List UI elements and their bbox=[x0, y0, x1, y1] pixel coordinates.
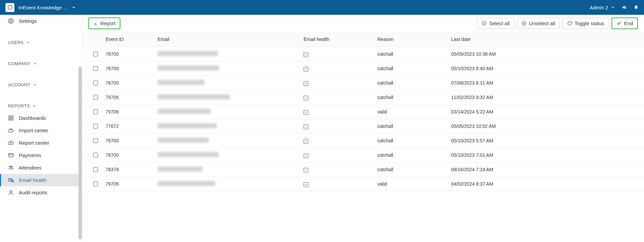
cell-email bbox=[158, 166, 304, 173]
select-all-button[interactable]: Select all bbox=[477, 18, 514, 29]
table-row[interactable]: 78700✓catchall05/10/2023 5:57 AM bbox=[82, 134, 644, 148]
cell-email-health: ✓ bbox=[304, 66, 377, 71]
cell-event-id: 78700 bbox=[106, 80, 158, 86]
cell-reason: catchall bbox=[377, 124, 451, 129]
cell-reason: catchall bbox=[377, 80, 451, 86]
svg-point-7 bbox=[9, 166, 11, 167]
check-icon bbox=[616, 21, 622, 26]
row-checkbox[interactable] bbox=[93, 66, 98, 71]
table-row[interactable]: 77672✓catchall05/05/2023 10:02 AM bbox=[82, 119, 644, 134]
table-row[interactable]: 78700✓catchall07/06/2023 6:11 AM bbox=[82, 76, 644, 90]
header-reason: Reason bbox=[377, 37, 451, 42]
cell-email-health: ✓ bbox=[304, 152, 377, 158]
app-title: InEvent Knowledge ... bbox=[18, 5, 67, 10]
cell-reason: valid bbox=[377, 181, 451, 187]
sidebar-item-label: Audit reports bbox=[19, 190, 47, 195]
header-last-date: Last date bbox=[451, 37, 641, 42]
bell-icon[interactable] bbox=[634, 5, 639, 10]
sidebar-group-account[interactable]: ACCOUNT bbox=[0, 79, 82, 91]
cell-email-health: ✓ bbox=[304, 124, 377, 129]
row-checkbox[interactable] bbox=[93, 124, 98, 129]
cell-email bbox=[158, 138, 304, 144]
email-health-icon bbox=[8, 177, 14, 183]
cell-email-health: ✓ bbox=[304, 167, 377, 173]
health-checked-icon: ✓ bbox=[304, 52, 308, 57]
cell-event-id: 78700 bbox=[106, 51, 158, 57]
cell-reason: valid bbox=[377, 109, 451, 114]
toggle-status-button[interactable]: Toggle status bbox=[562, 18, 609, 29]
health-checked-icon: ✓ bbox=[304, 125, 308, 129]
table-row[interactable]: 79706✓catchall11/02/2023 9:32 AM bbox=[82, 90, 644, 105]
gear-icon bbox=[8, 18, 14, 24]
sidebar-item-attendees[interactable]: Attendees bbox=[0, 161, 82, 174]
sidebar-item-payments[interactable]: Payments bbox=[0, 149, 82, 161]
row-checkbox[interactable] bbox=[93, 109, 98, 114]
announce-icon[interactable] bbox=[622, 5, 627, 10]
cell-event-id: 77672 bbox=[106, 124, 158, 129]
cell-email-health: ✓ bbox=[304, 95, 377, 100]
svg-rect-4 bbox=[11, 118, 13, 120]
table-row[interactable]: 78700✓catchall05/10/2023 8:40 AM bbox=[82, 61, 644, 76]
cell-email bbox=[158, 94, 304, 100]
row-checkbox[interactable] bbox=[93, 182, 98, 186]
cell-last-date: 05/09/2023 10:38 AM bbox=[451, 51, 641, 57]
svg-rect-5 bbox=[8, 154, 13, 157]
cell-reason: catchall bbox=[377, 66, 451, 71]
table-row[interactable]: 76378✓catchall08/16/2024 7:24 AM bbox=[82, 162, 644, 177]
header-email: Email bbox=[158, 37, 304, 42]
topbar: InEvent Knowledge ... Admin 2 bbox=[0, 0, 644, 15]
app-switcher-chevron-icon[interactable] bbox=[71, 5, 76, 10]
health-checked-icon: ✓ bbox=[304, 110, 308, 115]
health-checked-icon: ✓ bbox=[304, 182, 308, 187]
table-row[interactable]: 78700✓catchall05/09/2023 10:38 AM bbox=[82, 47, 644, 61]
table-row[interactable]: 79706✓valid03/14/2024 5:22 AM bbox=[82, 105, 644, 119]
row-checkbox[interactable] bbox=[93, 138, 98, 143]
sidebar-group-users[interactable]: USERS bbox=[0, 37, 82, 48]
main-content: Report Select all Unselect all Toggle bbox=[82, 15, 644, 242]
sidebar: Settings USERS COMPANY ACCOUNT REPORTS D… bbox=[0, 15, 82, 242]
end-button[interactable]: End bbox=[611, 17, 638, 29]
sidebar-item-label: Report center bbox=[19, 140, 49, 146]
cell-email-health: ✓ bbox=[304, 109, 377, 115]
row-checkbox[interactable] bbox=[93, 52, 98, 56]
chevron-down-icon bbox=[26, 41, 30, 44]
cell-last-date: 08/16/2024 7:24 AM bbox=[451, 167, 641, 172]
table-body: 78700✓catchall05/09/2023 10:38 AM78700✓c… bbox=[82, 47, 644, 191]
chevron-down-icon bbox=[33, 62, 37, 65]
sidebar-group-company[interactable]: COMPANY bbox=[0, 58, 82, 69]
scrollbar[interactable] bbox=[78, 67, 82, 239]
report-button[interactable]: Report bbox=[88, 17, 120, 29]
cell-email bbox=[158, 109, 304, 115]
sidebar-item-import-center[interactable]: Import center bbox=[0, 124, 82, 137]
health-checked-icon: ✓ bbox=[304, 168, 308, 173]
sidebar-item-label: Import center bbox=[19, 128, 48, 133]
cell-last-date: 07/06/2023 6:11 AM bbox=[451, 80, 641, 86]
svg-rect-1 bbox=[9, 116, 10, 117]
row-checkbox[interactable] bbox=[93, 167, 98, 172]
download-icon bbox=[93, 21, 98, 26]
table-row[interactable]: 79706✓valid04/02/2024 9:37 AM bbox=[82, 177, 644, 191]
sidebar-item-dashboards[interactable]: Dashboards bbox=[0, 112, 82, 124]
sidebar-item-audit-reports[interactable]: Audit reports bbox=[0, 186, 82, 199]
row-checkbox[interactable] bbox=[93, 153, 98, 157]
user-menu[interactable]: Admin 2 bbox=[590, 5, 615, 10]
header-email-health: Email health bbox=[304, 37, 377, 42]
cell-email-health: ✓ bbox=[304, 138, 377, 144]
health-checked-icon: ✓ bbox=[304, 153, 308, 158]
row-checkbox[interactable] bbox=[93, 95, 98, 100]
sidebar-group-reports[interactable]: REPORTS bbox=[0, 100, 82, 112]
cell-last-date: 05/10/2023 7:01 AM bbox=[451, 152, 641, 158]
svg-point-0 bbox=[10, 20, 11, 21]
people-icon bbox=[8, 165, 14, 171]
row-checkbox[interactable] bbox=[93, 81, 98, 85]
cloud-download-icon bbox=[8, 140, 14, 146]
sidebar-item-settings[interactable]: Settings bbox=[0, 15, 82, 27]
cell-email bbox=[158, 80, 304, 86]
sidebar-item-report-center[interactable]: Report center bbox=[0, 137, 82, 149]
sidebar-item-email-health[interactable]: Email health bbox=[0, 174, 82, 186]
cell-reason: catchall bbox=[377, 138, 451, 143]
cell-event-id: 79706 bbox=[106, 109, 158, 114]
table-row[interactable]: 78700✓catchall05/10/2023 7:01 AM bbox=[82, 148, 644, 162]
health-checked-icon: ✓ bbox=[304, 96, 308, 100]
unselect-all-button[interactable]: Unselect all bbox=[517, 18, 560, 29]
